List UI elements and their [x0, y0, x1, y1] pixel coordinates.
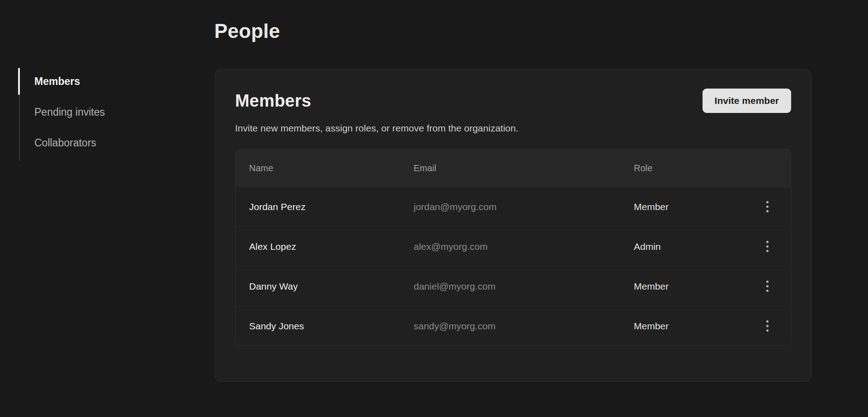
member-role: Member	[634, 281, 757, 292]
table-row: Sandy Jones sandy@myorg.com Member	[236, 306, 791, 346]
members-card: Members Invite member Invite new members…	[215, 69, 811, 382]
member-name: Alex Lopez	[249, 241, 414, 252]
table-row: Danny Way daniel@myorg.com Member	[236, 266, 791, 306]
sidebar-item-label: Members	[34, 75, 80, 88]
column-header-role: Role	[634, 163, 757, 173]
table-row: Alex Lopez alex@myorg.com Admin	[236, 226, 791, 266]
sidebar-item-members[interactable]: Members	[20, 69, 182, 94]
row-menu-button[interactable]	[757, 237, 777, 257]
row-menu-button[interactable]	[757, 316, 777, 336]
member-email: alex@myorg.com	[414, 241, 634, 252]
kebab-icon	[766, 201, 769, 203]
table-header-row: Name Email Role	[236, 150, 791, 187]
members-card-title: Members	[235, 91, 311, 111]
row-menu-button[interactable]	[757, 276, 777, 296]
member-name: Jordan Perez	[249, 201, 414, 212]
column-header-name: Name	[249, 163, 414, 173]
settings-sidebar: Members Pending invites Collaborators	[19, 69, 182, 161]
member-name: Sandy Jones	[249, 321, 414, 332]
members-table: Name Email Role Jordan Perez jordan@myor…	[235, 149, 791, 346]
row-menu-button[interactable]	[757, 197, 777, 217]
table-row: Jordan Perez jordan@myorg.com Member	[236, 187, 791, 226]
sidebar-item-label: Pending invites	[34, 106, 105, 118]
member-email: daniel@myorg.com	[414, 281, 634, 292]
invite-member-button[interactable]: Invite member	[703, 89, 791, 113]
member-email: sandy@myorg.com	[414, 321, 634, 332]
member-role: Member	[634, 321, 757, 332]
page-title: People	[214, 20, 280, 42]
member-role: Member	[634, 201, 757, 212]
kebab-icon	[766, 281, 769, 283]
members-card-description: Invite new members, assign roles, or rem…	[235, 123, 791, 134]
table-body: Jordan Perez jordan@myorg.com Member Ale…	[236, 187, 791, 346]
member-role: Admin	[634, 241, 757, 252]
sidebar-item-collaborators[interactable]: Collaborators	[20, 130, 182, 155]
kebab-icon	[766, 320, 769, 323]
kebab-icon	[766, 241, 769, 243]
members-card-header: Members Invite member	[235, 89, 791, 113]
column-header-email: Email	[414, 163, 634, 173]
member-email: jordan@myorg.com	[414, 201, 634, 212]
sidebar-item-label: Collaborators	[34, 137, 96, 149]
sidebar-item-pending-invites[interactable]: Pending invites	[20, 99, 182, 125]
member-name: Danny Way	[249, 281, 414, 292]
